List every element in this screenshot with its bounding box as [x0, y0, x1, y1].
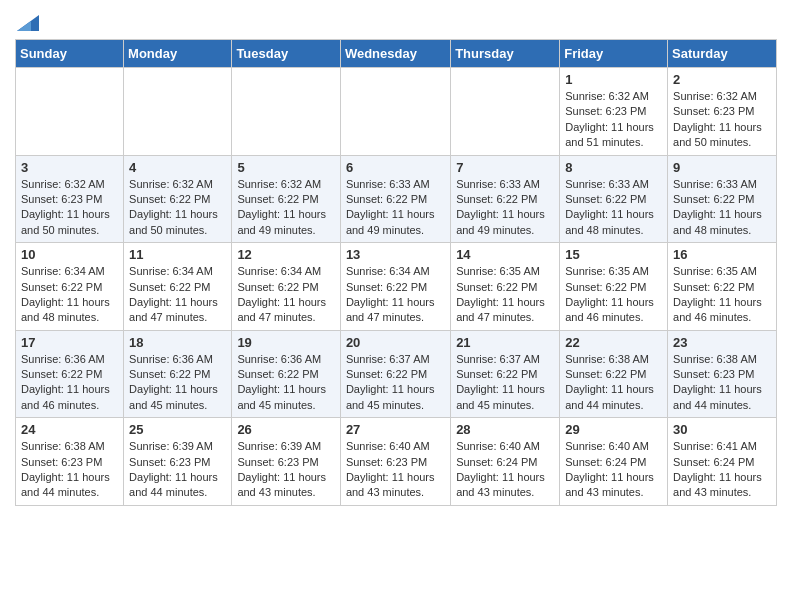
calendar-cell: 15Sunrise: 6:35 AM Sunset: 6:22 PM Dayli…	[560, 243, 668, 331]
day-info: Sunrise: 6:35 AM Sunset: 6:22 PM Dayligh…	[456, 264, 554, 326]
day-info: Sunrise: 6:39 AM Sunset: 6:23 PM Dayligh…	[237, 439, 335, 501]
calendar-cell: 7Sunrise: 6:33 AM Sunset: 6:22 PM Daylig…	[451, 155, 560, 243]
day-info: Sunrise: 6:37 AM Sunset: 6:22 PM Dayligh…	[456, 352, 554, 414]
day-info: Sunrise: 6:34 AM Sunset: 6:22 PM Dayligh…	[346, 264, 445, 326]
day-info: Sunrise: 6:38 AM Sunset: 6:22 PM Dayligh…	[565, 352, 662, 414]
day-number: 25	[129, 422, 226, 437]
day-number: 4	[129, 160, 226, 175]
svg-marker-1	[17, 21, 31, 31]
day-number: 29	[565, 422, 662, 437]
day-info: Sunrise: 6:32 AM Sunset: 6:23 PM Dayligh…	[673, 89, 771, 151]
day-number: 22	[565, 335, 662, 350]
day-info: Sunrise: 6:40 AM Sunset: 6:24 PM Dayligh…	[456, 439, 554, 501]
day-info: Sunrise: 6:35 AM Sunset: 6:22 PM Dayligh…	[565, 264, 662, 326]
calendar-cell: 27Sunrise: 6:40 AM Sunset: 6:23 PM Dayli…	[340, 418, 450, 506]
logo	[15, 10, 39, 31]
day-number: 20	[346, 335, 445, 350]
week-row-2: 3Sunrise: 6:32 AM Sunset: 6:23 PM Daylig…	[16, 155, 777, 243]
calendar-cell: 1Sunrise: 6:32 AM Sunset: 6:23 PM Daylig…	[560, 68, 668, 156]
calendar-cell: 11Sunrise: 6:34 AM Sunset: 6:22 PM Dayli…	[124, 243, 232, 331]
day-info: Sunrise: 6:36 AM Sunset: 6:22 PM Dayligh…	[21, 352, 118, 414]
calendar-cell: 12Sunrise: 6:34 AM Sunset: 6:22 PM Dayli…	[232, 243, 341, 331]
day-header-wednesday: Wednesday	[340, 40, 450, 68]
calendar-cell: 16Sunrise: 6:35 AM Sunset: 6:22 PM Dayli…	[668, 243, 777, 331]
day-number: 18	[129, 335, 226, 350]
calendar-cell: 25Sunrise: 6:39 AM Sunset: 6:23 PM Dayli…	[124, 418, 232, 506]
day-number: 26	[237, 422, 335, 437]
day-info: Sunrise: 6:34 AM Sunset: 6:22 PM Dayligh…	[237, 264, 335, 326]
day-header-saturday: Saturday	[668, 40, 777, 68]
calendar-cell: 18Sunrise: 6:36 AM Sunset: 6:22 PM Dayli…	[124, 330, 232, 418]
week-row-1: 1Sunrise: 6:32 AM Sunset: 6:23 PM Daylig…	[16, 68, 777, 156]
day-info: Sunrise: 6:33 AM Sunset: 6:22 PM Dayligh…	[456, 177, 554, 239]
day-number: 11	[129, 247, 226, 262]
day-number: 12	[237, 247, 335, 262]
day-number: 15	[565, 247, 662, 262]
day-info: Sunrise: 6:33 AM Sunset: 6:22 PM Dayligh…	[673, 177, 771, 239]
calendar-cell: 4Sunrise: 6:32 AM Sunset: 6:22 PM Daylig…	[124, 155, 232, 243]
day-info: Sunrise: 6:32 AM Sunset: 6:23 PM Dayligh…	[565, 89, 662, 151]
day-number: 16	[673, 247, 771, 262]
day-header-sunday: Sunday	[16, 40, 124, 68]
header	[15, 10, 777, 31]
day-number: 17	[21, 335, 118, 350]
day-number: 19	[237, 335, 335, 350]
day-info: Sunrise: 6:40 AM Sunset: 6:24 PM Dayligh…	[565, 439, 662, 501]
day-number: 21	[456, 335, 554, 350]
logo-icon	[17, 15, 39, 31]
day-info: Sunrise: 6:32 AM Sunset: 6:22 PM Dayligh…	[129, 177, 226, 239]
day-info: Sunrise: 6:36 AM Sunset: 6:22 PM Dayligh…	[129, 352, 226, 414]
day-info: Sunrise: 6:38 AM Sunset: 6:23 PM Dayligh…	[673, 352, 771, 414]
calendar-cell: 20Sunrise: 6:37 AM Sunset: 6:22 PM Dayli…	[340, 330, 450, 418]
calendar-cell: 17Sunrise: 6:36 AM Sunset: 6:22 PM Dayli…	[16, 330, 124, 418]
calendar-cell: 19Sunrise: 6:36 AM Sunset: 6:22 PM Dayli…	[232, 330, 341, 418]
calendar-cell	[124, 68, 232, 156]
day-info: Sunrise: 6:41 AM Sunset: 6:24 PM Dayligh…	[673, 439, 771, 501]
day-number: 24	[21, 422, 118, 437]
calendar-cell	[232, 68, 341, 156]
calendar-cell: 10Sunrise: 6:34 AM Sunset: 6:22 PM Dayli…	[16, 243, 124, 331]
calendar-cell: 23Sunrise: 6:38 AM Sunset: 6:23 PM Dayli…	[668, 330, 777, 418]
calendar-cell: 5Sunrise: 6:32 AM Sunset: 6:22 PM Daylig…	[232, 155, 341, 243]
calendar-cell: 29Sunrise: 6:40 AM Sunset: 6:24 PM Dayli…	[560, 418, 668, 506]
day-number: 14	[456, 247, 554, 262]
calendar-cell	[340, 68, 450, 156]
calendar-cell: 22Sunrise: 6:38 AM Sunset: 6:22 PM Dayli…	[560, 330, 668, 418]
day-number: 6	[346, 160, 445, 175]
week-row-4: 17Sunrise: 6:36 AM Sunset: 6:22 PM Dayli…	[16, 330, 777, 418]
day-info: Sunrise: 6:35 AM Sunset: 6:22 PM Dayligh…	[673, 264, 771, 326]
day-number: 28	[456, 422, 554, 437]
calendar-cell: 9Sunrise: 6:33 AM Sunset: 6:22 PM Daylig…	[668, 155, 777, 243]
day-header-thursday: Thursday	[451, 40, 560, 68]
calendar-cell: 8Sunrise: 6:33 AM Sunset: 6:22 PM Daylig…	[560, 155, 668, 243]
day-info: Sunrise: 6:36 AM Sunset: 6:22 PM Dayligh…	[237, 352, 335, 414]
day-info: Sunrise: 6:38 AM Sunset: 6:23 PM Dayligh…	[21, 439, 118, 501]
day-number: 10	[21, 247, 118, 262]
calendar: SundayMondayTuesdayWednesdayThursdayFrid…	[15, 39, 777, 506]
day-info: Sunrise: 6:33 AM Sunset: 6:22 PM Dayligh…	[346, 177, 445, 239]
calendar-cell: 30Sunrise: 6:41 AM Sunset: 6:24 PM Dayli…	[668, 418, 777, 506]
calendar-cell: 3Sunrise: 6:32 AM Sunset: 6:23 PM Daylig…	[16, 155, 124, 243]
day-info: Sunrise: 6:37 AM Sunset: 6:22 PM Dayligh…	[346, 352, 445, 414]
day-number: 7	[456, 160, 554, 175]
day-number: 1	[565, 72, 662, 87]
day-number: 27	[346, 422, 445, 437]
day-info: Sunrise: 6:34 AM Sunset: 6:22 PM Dayligh…	[129, 264, 226, 326]
day-number: 30	[673, 422, 771, 437]
day-number: 9	[673, 160, 771, 175]
day-info: Sunrise: 6:32 AM Sunset: 6:23 PM Dayligh…	[21, 177, 118, 239]
day-info: Sunrise: 6:33 AM Sunset: 6:22 PM Dayligh…	[565, 177, 662, 239]
day-info: Sunrise: 6:32 AM Sunset: 6:22 PM Dayligh…	[237, 177, 335, 239]
day-info: Sunrise: 6:39 AM Sunset: 6:23 PM Dayligh…	[129, 439, 226, 501]
calendar-cell	[16, 68, 124, 156]
day-number: 23	[673, 335, 771, 350]
day-header-monday: Monday	[124, 40, 232, 68]
day-info: Sunrise: 6:40 AM Sunset: 6:23 PM Dayligh…	[346, 439, 445, 501]
calendar-cell: 2Sunrise: 6:32 AM Sunset: 6:23 PM Daylig…	[668, 68, 777, 156]
calendar-cell: 24Sunrise: 6:38 AM Sunset: 6:23 PM Dayli…	[16, 418, 124, 506]
day-number: 8	[565, 160, 662, 175]
day-header-tuesday: Tuesday	[232, 40, 341, 68]
day-number: 2	[673, 72, 771, 87]
day-number: 3	[21, 160, 118, 175]
calendar-cell: 14Sunrise: 6:35 AM Sunset: 6:22 PM Dayli…	[451, 243, 560, 331]
